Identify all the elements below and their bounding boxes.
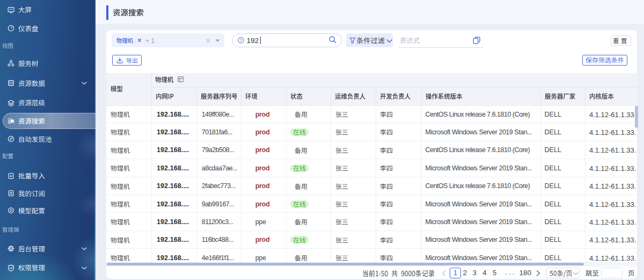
svg-text:?: ? [240,38,243,43]
